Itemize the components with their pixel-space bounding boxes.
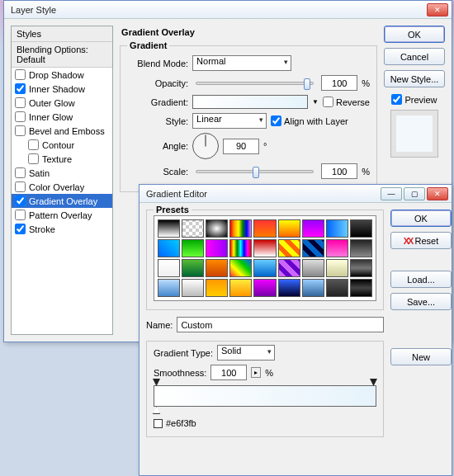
name-input[interactable] [177, 317, 384, 332]
preset-swatch[interactable] [350, 259, 372, 277]
preset-swatch[interactable] [182, 279, 204, 297]
preset-swatch[interactable] [253, 239, 276, 257]
close-icon[interactable]: ✕ [427, 3, 448, 16]
scale-slider[interactable] [196, 170, 314, 173]
gradient-label: Gradient: [127, 97, 188, 107]
preset-swatch[interactable] [206, 279, 228, 297]
style-checkbox[interactable] [15, 125, 26, 136]
style-item-texture[interactable]: Texture [12, 152, 112, 166]
color-swatch-icon[interactable] [154, 419, 163, 428]
style-item-inner-shadow[interactable]: Inner Shadow [12, 82, 112, 96]
preset-swatch[interactable] [302, 279, 324, 297]
opacity-stop[interactable] [370, 379, 377, 386]
titlebar[interactable]: Gradient Editor ― ▢ ✕ [140, 185, 452, 203]
preset-swatch[interactable] [158, 259, 180, 277]
preset-swatch[interactable] [158, 219, 180, 238]
preset-swatch[interactable] [229, 239, 252, 257]
preset-swatch[interactable] [278, 279, 300, 297]
preset-swatch[interactable] [229, 279, 252, 297]
align-checkbox[interactable] [271, 115, 281, 126]
color-stop[interactable] [153, 407, 160, 414]
style-checkbox[interactable] [15, 224, 26, 234]
new-style-button[interactable]: New Style... [384, 70, 445, 87]
save-button[interactable]: Save... [390, 293, 452, 310]
preset-swatch[interactable] [158, 279, 180, 297]
style-checkbox[interactable] [15, 97, 26, 108]
style-item-color-overlay[interactable]: Color Overlay [12, 180, 112, 194]
style-item-outer-glow[interactable]: Outer Glow [12, 96, 112, 110]
opacity-slider[interactable] [196, 82, 314, 85]
preset-swatch[interactable] [182, 259, 204, 277]
angle-input[interactable] [223, 139, 259, 154]
reset-button[interactable]: XXReset [390, 232, 452, 249]
minimize-icon[interactable]: ― [381, 187, 402, 200]
style-checkbox[interactable] [15, 196, 26, 206]
preset-swatch[interactable] [158, 239, 180, 257]
style-checkbox[interactable] [15, 181, 26, 192]
preset-swatch[interactable] [350, 279, 372, 297]
style-checkbox[interactable] [28, 153, 39, 164]
preset-swatch[interactable] [229, 219, 252, 238]
opacity-stop[interactable] [153, 379, 160, 386]
scale-input[interactable] [321, 163, 357, 179]
style-checkbox[interactable] [15, 69, 26, 80]
preset-swatch[interactable] [206, 239, 228, 257]
gradient-preview[interactable] [192, 95, 308, 109]
preset-swatch[interactable] [278, 239, 300, 257]
preset-swatch[interactable] [302, 259, 324, 277]
style-item-stroke[interactable]: Stroke [12, 222, 112, 236]
preset-swatch[interactable] [350, 239, 372, 257]
preset-swatch[interactable] [253, 259, 276, 277]
preset-swatch[interactable] [326, 219, 348, 238]
style-item-contour[interactable]: Contour [12, 138, 112, 152]
style-checkbox[interactable] [15, 83, 26, 94]
blending-options[interactable]: Blending Options: Default [12, 42, 112, 68]
style-checkbox[interactable] [15, 111, 26, 122]
gradient-bar[interactable] [154, 385, 376, 407]
preset-swatch[interactable] [206, 219, 228, 238]
cancel-button[interactable]: Cancel [384, 48, 445, 65]
style-item-drop-shadow[interactable]: Drop Shadow [12, 68, 112, 82]
load-button[interactable]: Load... [390, 271, 452, 288]
style-select[interactable]: Linear [192, 113, 267, 129]
new-button[interactable]: New [390, 348, 452, 365]
maximize-icon[interactable]: ▢ [404, 187, 425, 200]
reverse-checkbox[interactable] [323, 97, 333, 107]
preset-swatch[interactable] [206, 259, 228, 277]
preset-swatch[interactable] [253, 279, 276, 297]
ok-button[interactable]: OK [384, 26, 445, 43]
preset-swatch[interactable] [302, 239, 324, 257]
preset-swatch[interactable] [229, 259, 252, 277]
preset-swatch[interactable] [326, 279, 348, 297]
style-checkbox[interactable] [28, 139, 39, 150]
ok-button[interactable]: OK [390, 210, 452, 227]
style-item-inner-glow[interactable]: Inner Glow [12, 110, 112, 124]
style-item-pattern-overlay[interactable]: Pattern Overlay [12, 208, 112, 222]
style-item-bevel-and-emboss[interactable]: Bevel and Emboss [12, 124, 112, 138]
preset-swatch[interactable] [182, 239, 204, 257]
preset-swatch[interactable] [326, 259, 348, 277]
style-item-satin[interactable]: Satin [12, 166, 112, 180]
gradient-editor-window: Gradient Editor ― ▢ ✕ Presets Name: Grad… [139, 184, 452, 476]
chevron-right-icon[interactable]: ▸ [251, 367, 261, 378]
style-item-gradient-overlay[interactable]: Gradient Overlay [12, 194, 112, 208]
preset-swatch[interactable] [278, 259, 300, 277]
preset-swatch[interactable] [278, 219, 300, 238]
styles-header[interactable]: Styles [12, 26, 112, 42]
preset-swatch[interactable] [326, 239, 348, 257]
blend-mode-select[interactable]: Normal [192, 55, 291, 71]
preset-swatch[interactable] [350, 219, 372, 238]
preset-swatch[interactable] [182, 219, 204, 238]
style-checkbox[interactable] [15, 167, 26, 178]
preset-swatch[interactable] [302, 219, 324, 238]
preview-checkbox[interactable] [391, 94, 402, 105]
type-select[interactable]: Solid [217, 345, 275, 361]
smoothness-input[interactable] [210, 365, 247, 380]
angle-wheel[interactable] [192, 133, 219, 159]
preset-swatch[interactable] [253, 219, 276, 238]
close-icon[interactable]: ✕ [427, 187, 448, 200]
style-label: Contour [42, 140, 74, 150]
opacity-input[interactable] [321, 75, 357, 91]
titlebar[interactable]: Layer Style ✕ [4, 1, 452, 19]
style-checkbox[interactable] [15, 210, 26, 220]
